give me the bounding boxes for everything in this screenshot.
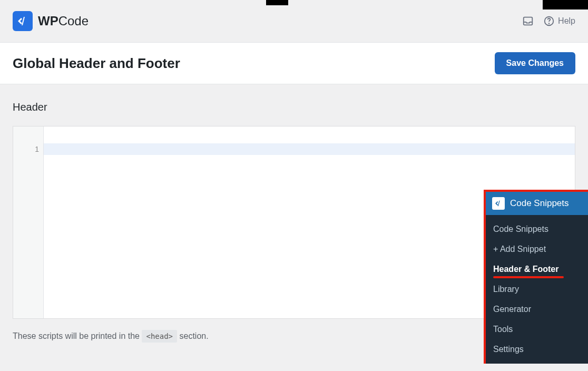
svg-rect-0 (524, 17, 533, 25)
top-bar: WPCode Help (0, 0, 588, 42)
top-actions: Help (522, 15, 575, 27)
sidebar-item-header-footer[interactable]: Header & Footer (486, 259, 588, 279)
title-bar: Global Header and Footer Save Changes (0, 42, 588, 84)
brand-name: WPCode (38, 14, 89, 28)
decoration-block (266, 0, 288, 5)
page-title: Global Header and Footer (13, 55, 180, 72)
sidebar-item-tools[interactable]: Tools (486, 319, 588, 339)
brand-logo[interactable]: WPCode (13, 11, 89, 31)
head-tag-code: <head> (142, 330, 177, 343)
admin-submenu-popup: Code Snippets Code Snippets + Add Snippe… (484, 190, 588, 364)
wpcode-logo-icon (13, 11, 33, 31)
inbox-button[interactable] (522, 15, 534, 27)
sidebar-item-settings[interactable]: Settings (486, 339, 588, 359)
decoration-block (543, 0, 588, 9)
editor-gutter: 1 (13, 126, 44, 318)
save-changes-button[interactable]: Save Changes (495, 52, 575, 74)
header-section-title: Header (13, 101, 575, 113)
svg-point-2 (549, 23, 550, 24)
help-label: Help (558, 16, 575, 26)
sidebar-item-library[interactable]: Library (486, 279, 588, 299)
line-number: 1 (13, 143, 43, 155)
sidebar-item-code-snippets[interactable]: Code Snippets (486, 219, 588, 239)
active-underline (493, 276, 564, 278)
code-snippets-icon (492, 197, 505, 210)
sidebar-item-add-snippet[interactable]: + Add Snippet (486, 239, 588, 259)
help-button[interactable]: Help (543, 15, 575, 27)
submenu-items: Code Snippets + Add Snippet Header & Foo… (486, 215, 588, 364)
submenu-title: Code Snippets (510, 198, 569, 209)
submenu-header[interactable]: Code Snippets (486, 192, 588, 215)
sidebar-item-generator[interactable]: Generator (486, 299, 588, 319)
